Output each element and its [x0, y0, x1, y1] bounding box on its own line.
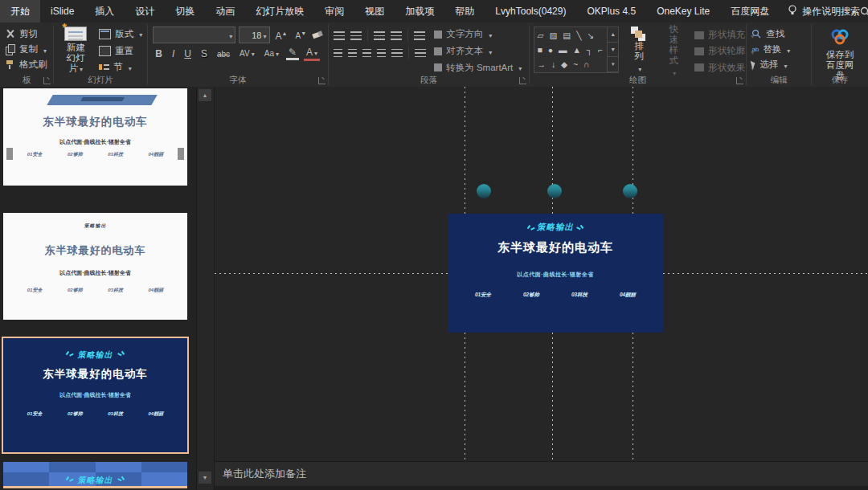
shrink-font-button[interactable]: A▼ [293, 27, 309, 43]
tab-slideshow[interactable]: 幻灯片放映 [245, 0, 314, 22]
replace-icon: ab [751, 44, 759, 55]
tell-me-search[interactable]: 操作说明搜索 [788, 5, 860, 18]
tab-view[interactable]: 视图 [354, 0, 395, 22]
chevron-down-icon [78, 63, 83, 73]
find-button[interactable]: 查找 [751, 27, 806, 42]
arrange-button[interactable]: 排列 [625, 27, 653, 75]
column-4[interactable]: 04靓丽 [604, 292, 652, 299]
distribute-icon[interactable] [415, 49, 426, 58]
tab-addins[interactable]: 加载项 [395, 0, 444, 22]
text-shadow-button[interactable]: S [199, 47, 210, 61]
line-spacing-icon[interactable] [414, 31, 425, 40]
slide-thumbnail-4[interactable]: 策略输出 [3, 462, 187, 488]
teal-circle-shape-2[interactable] [547, 184, 562, 198]
grow-font-button[interactable]: A▲ [273, 27, 290, 43]
column-1[interactable]: 01安全 [459, 292, 507, 299]
teal-circle-shape-1[interactable] [477, 184, 491, 198]
layout-button[interactable]: 版式 [99, 27, 142, 42]
paragraph-dialog-launcher[interactable] [519, 77, 526, 84]
column-2[interactable]: 02够帅 [507, 292, 555, 299]
shape-effects-button[interactable]: 形状效果 [694, 61, 754, 75]
tab-home[interactable]: 开始 [0, 0, 40, 22]
char-spacing-button[interactable]: AV [237, 47, 257, 61]
align-left-icon[interactable] [334, 49, 342, 58]
slide-title[interactable]: 东半球最好的电动车 [448, 240, 663, 255]
tab-okplus[interactable]: OKPlus 4.5 [576, 0, 646, 22]
baidu-netdisk-icon [829, 28, 850, 48]
save-group-label: 保存 [812, 75, 868, 86]
magnifier-icon [751, 29, 762, 39]
current-slide[interactable]: 策略输出 东半球最好的电动车 以点代面·曲线拉长·辐射全省 01安全 02够帅 … [448, 214, 663, 333]
column-3[interactable]: 03科技 [555, 292, 604, 299]
quick-styles-button[interactable]: 快速样式 [659, 27, 688, 75]
notes-pane[interactable]: 单击此处添加备注 [215, 461, 868, 486]
justify-icon[interactable] [377, 49, 386, 58]
strikethrough-button[interactable]: abc [215, 47, 232, 61]
scroll-down-button[interactable] [199, 472, 211, 484]
search-icon[interactable] [860, 6, 868, 17]
slide-badge[interactable]: 策略输出 [448, 222, 663, 233]
font-name-combo[interactable] [153, 27, 235, 43]
font-dialog-launcher[interactable] [318, 77, 326, 84]
font-color-button[interactable]: A [304, 47, 320, 61]
clipboard-dialog-launcher[interactable] [43, 77, 51, 84]
replace-button[interactable]: ab替换 [751, 42, 806, 57]
align-center-icon[interactable] [348, 49, 357, 58]
select-button[interactable]: 选择 [751, 57, 806, 72]
section-button[interactable]: 节 [99, 59, 142, 75]
slide-thumbnail-3-selected[interactable]: 策略输出 东半球最好的电动车 以点代面·曲线拉长·辐射全省 01安全 02够帅 … [2, 337, 189, 454]
highlight-button[interactable]: ✎ [286, 47, 299, 60]
clear-format-icon[interactable] [312, 30, 323, 40]
reset-button[interactable]: 重置 [99, 43, 142, 59]
thumbnail-scrollbar[interactable] [197, 87, 215, 490]
smartart-button[interactable]: 转换为 SmartArt [434, 60, 522, 75]
underline-button[interactable]: U [182, 47, 194, 61]
numbering-icon[interactable] [350, 31, 362, 40]
slide-thumbnail-1[interactable]: 东半球最好的电动车 以点代面·曲线拉长·辐射全省 01安全 02够帅 03科技 … [3, 88, 187, 186]
save-to-baidu-button[interactable]: 保存到百度网盘 [817, 27, 863, 81]
italic-button[interactable]: I [170, 47, 177, 61]
format-painter-button[interactable]: 格式刷 [5, 57, 48, 72]
bold-button[interactable]: B [153, 47, 165, 61]
sparkle-icon [117, 476, 125, 483]
decrease-indent-icon[interactable] [374, 31, 385, 40]
change-case-button[interactable]: Aa [262, 47, 281, 61]
tab-help[interactable]: 帮助 [444, 0, 485, 22]
tab-islide[interactable]: iSlide [40, 0, 84, 22]
slide-columns[interactable]: 01安全 02够帅 03科技 04靓丽 [459, 292, 652, 299]
shape-fill-button[interactable]: 形状填充 [694, 28, 754, 42]
text-direction-button[interactable]: 文字方向 [434, 27, 522, 42]
tab-review[interactable]: 审阅 [314, 0, 354, 22]
new-slide-button[interactable]: 新建幻灯片 [59, 27, 92, 75]
bullets-icon[interactable] [334, 31, 345, 40]
tab-transitions[interactable]: 切换 [165, 0, 205, 22]
tab-onekey[interactable]: OneKey Lite [646, 0, 720, 22]
scroll-up-button[interactable] [199, 89, 211, 101]
font-size-combo[interactable]: 18 [239, 27, 269, 43]
shapes-gallery[interactable]: ▱ ▨ ▤ ╲ ↘ ■ ● ▬ ▲ ┐ ⌐ → ↓ ◆ ~ ∩ ▲▼▾ [534, 27, 619, 73]
arrange-icon [631, 27, 647, 39]
slide-canvas[interactable]: 策略输出 东半球最好的电动车 以点代面·曲线拉长·辐射全省 01安全 02够帅 … [215, 87, 868, 461]
teal-circle-shape-3[interactable] [623, 184, 637, 198]
shapes-gallery-scroll[interactable]: ▲▼▾ [607, 27, 618, 72]
slide-subtitle[interactable]: 以点代面·曲线拉长·辐射全省 [448, 271, 663, 279]
tab-design[interactable]: 设计 [125, 0, 165, 22]
columns-icon[interactable] [391, 49, 403, 58]
tab-lvyhtools[interactable]: LvyhTools(0429) [485, 0, 576, 22]
reset-icon [99, 46, 111, 56]
cut-button[interactable]: 剪切 [5, 27, 48, 42]
chevron-down-icon [261, 31, 266, 40]
copy-button[interactable]: 复制 [5, 42, 48, 57]
align-text-button[interactable]: 对齐文本 [434, 44, 522, 59]
tab-baidu-netdisk[interactable]: 百度网盘 [720, 0, 780, 22]
layout-icon [99, 29, 111, 39]
chevron-down-icon [517, 63, 522, 72]
align-right-icon[interactable] [362, 49, 371, 58]
tab-animations[interactable]: 动画 [205, 0, 245, 22]
tab-insert[interactable]: 插入 [84, 0, 125, 22]
slide-thumbnail-2[interactable]: 策略输出 东半球最好的电动车 以点代面·曲线拉长·辐射全省 01安全 02够帅 … [3, 213, 187, 320]
increase-indent-icon[interactable] [391, 31, 402, 40]
drawing-dialog-launcher[interactable] [736, 77, 743, 84]
thumb1-subtitle: 以点代面·曲线拉长·辐射全省 [3, 138, 187, 146]
shape-outline-button[interactable]: 形状轮廓 [694, 44, 754, 58]
